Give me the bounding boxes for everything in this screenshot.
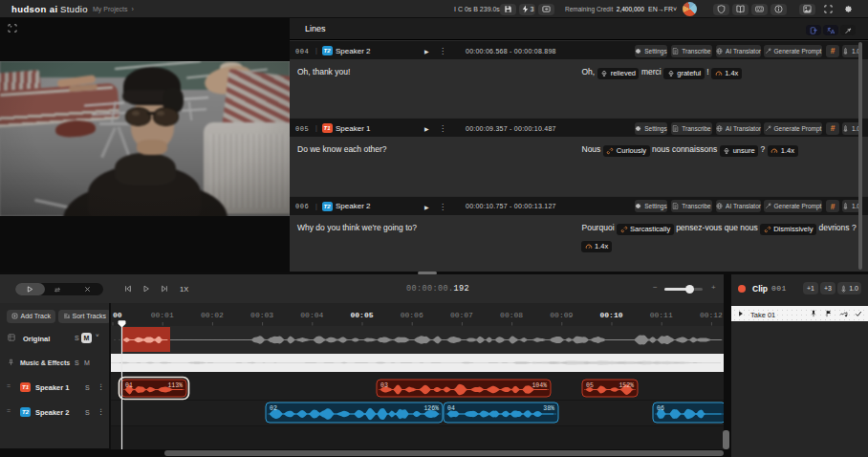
svg-text:00:04: 00:04 [300, 311, 323, 319]
svg-text:03: 03 [380, 382, 388, 389]
svg-text:152%: 152% [618, 382, 634, 389]
svg-text:38%: 38% [543, 405, 554, 412]
svg-text:00: 00 [113, 311, 122, 319]
svg-text:00:09: 00:09 [550, 311, 573, 319]
svg-text:04: 04 [447, 405, 455, 412]
svg-text:06: 06 [657, 405, 664, 412]
svg-text:00:01: 00:01 [151, 311, 174, 319]
svg-text:00:02: 00:02 [201, 311, 224, 319]
svg-text:00:06: 00:06 [401, 311, 423, 319]
svg-text:02: 02 [270, 405, 277, 412]
svg-text:01: 01 [125, 382, 133, 389]
svg-text:104%: 104% [532, 382, 547, 389]
svg-text:00:08: 00:08 [500, 311, 523, 319]
svg-text:113%: 113% [167, 382, 183, 389]
svg-text:00:10: 00:10 [599, 311, 622, 319]
svg-text:00:12: 00:12 [700, 311, 723, 319]
svg-text:05: 05 [586, 382, 594, 389]
svg-text:00:03: 00:03 [250, 311, 273, 319]
svg-text:00:11: 00:11 [650, 311, 673, 319]
svg-text:00:07: 00:07 [450, 311, 473, 319]
svg-text:126%: 126% [423, 405, 439, 412]
svg-text:00:05: 00:05 [350, 311, 373, 319]
